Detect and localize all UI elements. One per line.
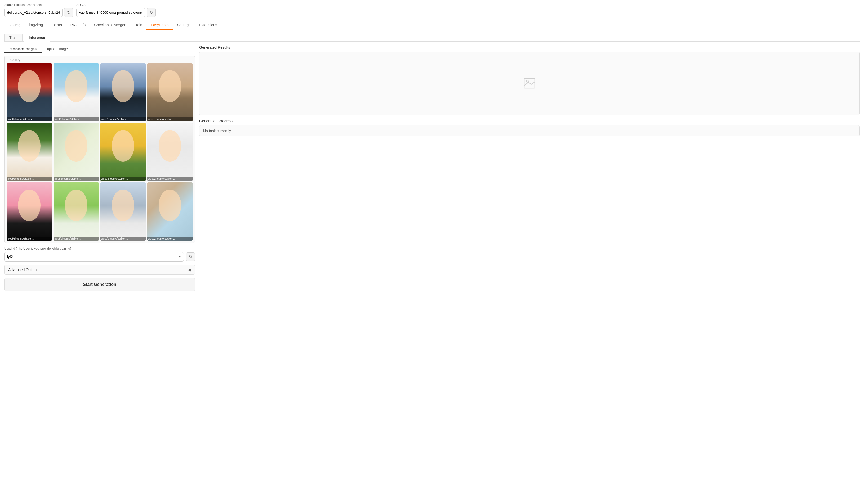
gallery-path-11: /root/zhoumo/stable-... xyxy=(100,237,146,241)
gallery-path-9: /root/zhoumo/stable-... xyxy=(7,237,52,241)
svg-line-2 xyxy=(528,82,531,84)
start-generation-button[interactable]: Start Generation xyxy=(4,278,195,291)
gallery-container: ⊞ Gallery /root/zhoumo/stable-... xyxy=(4,56,195,243)
vae-refresh-button[interactable]: ↻ xyxy=(147,8,156,17)
gallery-item-3[interactable]: /root/zhoumo/stable-... xyxy=(100,63,146,121)
id-select-wrapper: lyf2 xyxy=(4,252,184,261)
tab-train[interactable]: Train xyxy=(130,21,146,30)
progress-text: No task currently xyxy=(203,128,856,133)
gallery-item-5[interactable]: /root/zhoumo/stable-... xyxy=(7,123,52,181)
gallery-item-8[interactable]: /root/zhoumo/stable-... xyxy=(147,123,193,181)
checkpoint-select-wrapper: deliberate_v2.safetensors [9aba26abdf] xyxy=(4,8,62,17)
gallery-item-7[interactable]: /root/zhoumo/stable-... xyxy=(100,123,146,181)
face-oval-3 xyxy=(112,70,134,102)
id-select[interactable]: lyf2 xyxy=(4,252,184,261)
face-oval-7 xyxy=(112,130,134,162)
gallery-icon: ⊞ xyxy=(7,58,9,62)
face-oval-11 xyxy=(112,189,134,222)
face-oval-10 xyxy=(65,189,88,222)
portrait-1 xyxy=(7,63,52,121)
vae-group: SD VAE vae-ft-mse-840000-ema-pruned.safe… xyxy=(76,3,156,17)
tab-extensions[interactable]: Extensions xyxy=(195,21,221,30)
used-id-label: Used id (The User id you provide while t… xyxy=(4,247,195,250)
gallery-path-10: /root/zhoumo/stable-... xyxy=(53,237,99,241)
id-row: lyf2 ↻ xyxy=(4,252,195,261)
sub-tab-template-images[interactable]: template images xyxy=(4,45,42,53)
gallery-item-12[interactable]: /root/zhoumo/stable-... xyxy=(147,182,193,241)
checkpoint-group: Stable Diffusion checkpoint deliberate_v… xyxy=(4,3,73,17)
results-area xyxy=(199,52,860,115)
portrait-5 xyxy=(7,123,52,181)
id-refresh-button[interactable]: ↻ xyxy=(186,252,195,261)
portrait-4 xyxy=(147,63,193,121)
gallery-path-2: /root/zhoumo/stable-... xyxy=(53,117,99,121)
vae-select[interactable]: vae-ft-mse-840000-ema-pruned.safetensors xyxy=(76,8,145,17)
chevron-left-icon: ◀ xyxy=(188,268,191,272)
advanced-options-header[interactable]: Advanced Options ◀ xyxy=(4,265,195,274)
checkpoint-label: Stable Diffusion checkpoint xyxy=(4,3,73,7)
portrait-2 xyxy=(53,63,99,121)
gallery-path-7: /root/zhoumo/stable-... xyxy=(100,177,146,181)
progress-area: No task currently xyxy=(199,125,860,136)
portrait-10 xyxy=(53,182,99,241)
advanced-options-title: Advanced Options xyxy=(8,268,38,272)
tab-settings[interactable]: Settings xyxy=(173,21,195,30)
face-oval-2 xyxy=(65,70,88,102)
face-oval-1 xyxy=(18,70,41,102)
inner-tabs: Train Inference xyxy=(4,34,860,41)
checkpoint-refresh-button[interactable]: ↻ xyxy=(64,8,73,17)
checkpoint-row: deliberate_v2.safetensors [9aba26abdf] ↻ xyxy=(4,8,73,17)
tab-png-info[interactable]: PNG Info xyxy=(66,21,90,30)
inner-tab-train[interactable]: Train xyxy=(4,34,23,41)
gallery-item-9[interactable]: /root/zhoumo/stable-... xyxy=(7,182,52,241)
portrait-6 xyxy=(53,123,99,181)
top-bar: Stable Diffusion checkpoint deliberate_v… xyxy=(4,3,860,17)
gallery-item-1[interactable]: /root/zhoumo/stable-... xyxy=(7,63,52,121)
portrait-7 xyxy=(100,123,146,181)
results-label: Generated Results xyxy=(199,45,860,49)
image-placeholder-icon xyxy=(523,77,536,90)
portrait-8 xyxy=(147,123,193,181)
left-panel: template images upload image ⊞ Gallery /… xyxy=(4,45,195,291)
gallery-item-2[interactable]: /root/zhoumo/stable-... xyxy=(53,63,99,121)
gallery-path-4: /root/zhoumo/stable-... xyxy=(147,117,193,121)
gallery-item-10[interactable]: /root/zhoumo/stable-... xyxy=(53,182,99,241)
advanced-options: Advanced Options ◀ xyxy=(4,265,195,275)
face-oval-9 xyxy=(18,189,41,222)
gallery-path-12: /root/zhoumo/stable-... xyxy=(147,237,193,241)
used-id-section: Used id (The User id you provide while t… xyxy=(4,247,195,261)
gallery-item-6[interactable]: /root/zhoumo/stable-... xyxy=(53,123,99,181)
vae-label: SD VAE xyxy=(76,3,156,7)
portrait-11 xyxy=(100,182,146,241)
tab-easyphoto[interactable]: EasyPhoto xyxy=(146,21,173,30)
sub-tabs: template images upload image xyxy=(4,45,195,53)
vae-select-wrapper: vae-ft-mse-840000-ema-pruned.safetensors xyxy=(76,8,145,17)
main-content: template images upload image ⊞ Gallery /… xyxy=(4,45,860,291)
inner-tab-inference[interactable]: Inference xyxy=(24,34,50,41)
portrait-3 xyxy=(100,63,146,121)
nav-tabs: txt2img img2img Extras PNG Info Checkpoi… xyxy=(4,21,860,30)
vae-row: vae-ft-mse-840000-ema-pruned.safetensors… xyxy=(76,8,156,17)
image-icon xyxy=(523,77,536,90)
tab-txt2img[interactable]: txt2img xyxy=(4,21,25,30)
gallery-item-11[interactable]: /root/zhoumo/stable-... xyxy=(100,182,146,241)
face-oval-6 xyxy=(65,130,88,162)
gallery-path-8: /root/zhoumo/stable-... xyxy=(147,177,193,181)
svg-line-3 xyxy=(531,82,535,84)
portrait-9 xyxy=(7,182,52,241)
tab-checkpoint-merger[interactable]: Checkpoint Merger xyxy=(90,21,130,30)
checkpoint-select[interactable]: deliberate_v2.safetensors [9aba26abdf] xyxy=(4,8,62,17)
svg-line-1 xyxy=(524,82,528,86)
tab-extras[interactable]: Extras xyxy=(47,21,66,30)
gallery-item-4[interactable]: /root/zhoumo/stable-... xyxy=(147,63,193,121)
gallery-path-1: /root/zhoumo/stable-... xyxy=(7,117,52,121)
face-oval-5 xyxy=(18,130,41,162)
tab-img2img[interactable]: img2img xyxy=(25,21,47,30)
face-oval-8 xyxy=(159,130,181,162)
gallery-path-3: /root/zhoumo/stable-... xyxy=(100,117,146,121)
portrait-12 xyxy=(147,182,193,241)
sub-tab-upload-image[interactable]: upload image xyxy=(42,45,73,53)
progress-label: Generation Progress xyxy=(199,119,860,123)
svg-point-4 xyxy=(526,80,528,82)
face-oval-12 xyxy=(159,189,181,222)
